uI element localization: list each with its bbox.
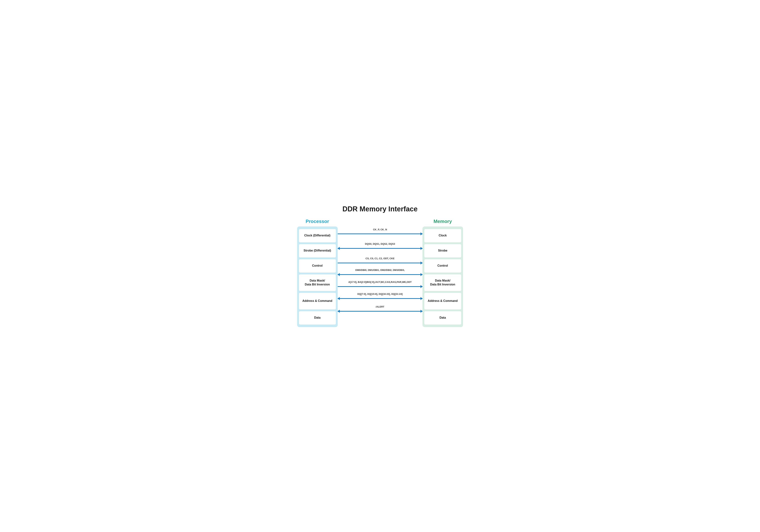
memory-block-address: Address & Command [424,293,461,309]
signal-row-cs: CS, C0, C1, C2, ODT, CKE [338,257,422,265]
memory-block-control: Control [424,259,461,273]
signal-row-alert: /ALERT [338,305,422,313]
processor-block-control: Control [299,259,336,273]
signal-label-alert: /ALERT [376,305,384,308]
processor-block-address: Address & Command [299,293,336,309]
memory-block-clock: Clock [424,229,461,242]
arrow-line-alert [338,311,422,312]
memory-block-data: Data [424,311,461,325]
arrow-alert [338,309,422,313]
processor-block-data: Data [299,311,336,325]
processor-box: Clock (Differential) Strobe (Differentia… [297,227,338,327]
diagram-container: DDR Memory Interface Processor Clock (Di… [297,205,463,327]
arrow-line-dqs [338,248,422,249]
processor-block-clock: Clock (Differential) [299,229,336,242]
signal-label-dq: DQ[7:0], DQ[15:8], DQ[16:23], DQ[31:24] [357,292,403,296]
signal-row-dm: DM0/DBI0, DM1/DBI1, DM2/DBI2, DM3/DBI3, [338,269,422,277]
memory-header: Memory [422,219,463,224]
arrow-line-addr [338,286,422,287]
signal-row-ck: CK_P, CK_N [338,228,422,236]
arrow-ck [338,232,422,236]
memory-block-datamask: Data Mask/Data Bit Inversion [424,274,461,291]
arrow-dqs [338,246,422,250]
signal-label-ck: CK_P, CK_N [373,228,387,231]
arrow-line-cs [338,263,422,263]
arrow-dq [338,296,422,300]
signal-label-dm: DM0/DBI0, DM1/DBI1, DM2/DBI2, DM3/DBI3, [356,269,405,272]
middle-column: CK_P, CK_N DQS0, DQS1, DQS2, DQS3 CS, C0… [338,219,422,314]
arrow-dm [338,273,422,277]
signal-row-dq: DQ[7:0], DQ[15:8], DQ[16:23], DQ[31:24] [338,292,422,300]
memory-block-strobe: Strobe [424,244,461,257]
signal-label-dqs: DQS0, DQS1, DQS2, DQS3 [365,243,395,245]
memory-box: Clock Strobe Control Data Mask/Data Bit … [422,227,463,327]
arrow-addr [338,285,422,288]
processor-block-datamask: Data Mask/Data Bit Inversion [299,274,336,291]
arrow-cs [338,261,422,265]
columns-wrapper: Processor Clock (Differential) Strobe (D… [297,219,463,327]
signal-row-addr: A[17:0], BA[2:0]/BG[:0],/ACT,BC,CAS,RAS,… [338,281,422,288]
memory-column: Memory Clock Strobe Control Data Mask/Da… [422,219,463,327]
processor-header: Processor [297,219,338,224]
signal-label-cs: CS, C0, C1, C2, ODT, CKE [365,257,395,260]
processor-column: Processor Clock (Differential) Strobe (D… [297,219,338,327]
main-title: DDR Memory Interface [343,205,418,213]
arrow-line-dm [338,274,422,275]
signal-label-addr: A[17:0], BA[2:0]/BG[:0],/ACT,BC,CAS,RAS,… [348,281,412,284]
arrow-line-dq [338,298,422,299]
processor-block-strobe: Strobe (Differential) [299,244,336,257]
signal-row-dqs: DQS0, DQS1, DQS2, DQS3 [338,243,422,250]
arrow-line-ck [338,234,422,234]
